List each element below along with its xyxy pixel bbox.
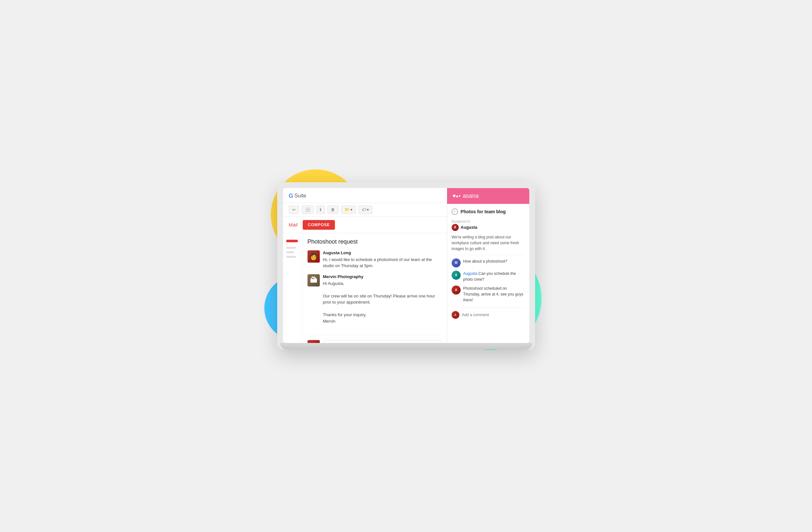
comment-avatar-1: M bbox=[452, 258, 461, 267]
sidebar-item-1 bbox=[286, 247, 296, 249]
gsuite-logo: G Suite bbox=[289, 193, 306, 199]
email-message-1: 👩 Augusta Long Hi, I would like to sched… bbox=[307, 250, 441, 269]
asana-header: asana bbox=[447, 188, 529, 204]
laptop-base bbox=[280, 343, 533, 349]
avatar-reply: 👩 bbox=[307, 340, 320, 343]
reply-box: 👩 Click here to reply or forward bbox=[307, 335, 441, 343]
task-check-circle[interactable]: ✓ bbox=[452, 208, 458, 215]
gmail-app-header: G Suite bbox=[283, 188, 447, 203]
avatar-augusta: 👩 bbox=[307, 250, 320, 263]
asana-panel: asana ✓ Photos for team blog Assigned to bbox=[447, 188, 529, 343]
comment-text-2: Augusta Can you schedule the photo crew? bbox=[463, 271, 525, 282]
task-description: We're writing a blog post about our work… bbox=[452, 234, 525, 255]
comment-avatar-2: A bbox=[452, 271, 461, 280]
gmail-sidebar bbox=[283, 233, 302, 343]
comment-text-3: Photoshoot scheduled on Thursday, arrive… bbox=[463, 285, 525, 303]
message-body-1: Augusta Long Hi, I would like to schedul… bbox=[323, 250, 441, 269]
compose-button[interactable]: COMPOSE bbox=[303, 220, 335, 230]
laptop-screen-inner: G Suite ↩ ⬜ ℹ 🗑 📁 ▾ 🏷 ▾ bbox=[283, 188, 529, 343]
add-comment-input[interactable] bbox=[462, 313, 525, 317]
toolbar-tag-btn[interactable]: 🏷 ▾ bbox=[359, 206, 372, 214]
comment-avatar-3: A bbox=[452, 285, 461, 295]
comment-row-2: A Augusta Can you schedule the photo cre… bbox=[452, 271, 525, 282]
mention-augusta: Augusta bbox=[463, 271, 477, 276]
email-subject: Photoshoot request bbox=[307, 238, 441, 245]
toolbar-info-btn[interactable]: ℹ bbox=[316, 206, 325, 214]
sidebar-item-3 bbox=[286, 256, 296, 258]
task-title-row: ✓ Photos for team blog bbox=[452, 208, 525, 215]
email-thread: 👩 Augusta Long Hi, I would like to sched… bbox=[307, 250, 441, 343]
sender-name-2: Mervin Photography bbox=[323, 274, 441, 279]
scene: G Suite ↩ ⬜ ℹ 🗑 📁 ▾ 🏷 ▾ bbox=[261, 166, 551, 366]
email-message-2: 🏔 Mervin Photography Hi Augusta, Our cre… bbox=[307, 274, 441, 324]
comment-row-1: M How about a photoshoot? bbox=[452, 258, 525, 267]
asana-dot-2 bbox=[456, 196, 458, 197]
assigned-value: A Augusta bbox=[452, 224, 525, 231]
comments-section: M How about a photoshoot? A Augusta Can … bbox=[452, 258, 525, 303]
laptop-screen-outer: G Suite ↩ ⬜ ℹ 🗑 📁 ▾ 🏷 ▾ bbox=[277, 182, 535, 349]
reply-input[interactable]: Click here to reply or forward bbox=[323, 340, 441, 343]
add-comment-row: A bbox=[452, 307, 525, 319]
assigned-section: Assigned to A Augusta bbox=[452, 219, 525, 231]
asana-dot-1 bbox=[453, 195, 455, 197]
toolbar-reply-btn[interactable]: ↩ bbox=[289, 206, 299, 214]
task-title: Photos for team blog bbox=[461, 209, 506, 214]
comment-text-1: How about a photoshoot? bbox=[463, 258, 525, 264]
asana-dots bbox=[453, 194, 460, 197]
assigned-avatar: A bbox=[452, 224, 459, 231]
gmail-toolbar: ↩ ⬜ ℹ 🗑 📁 ▾ 🏷 ▾ bbox=[283, 203, 447, 217]
assigned-label: Assigned to bbox=[452, 219, 525, 223]
mail-nav: Mail COMPOSE bbox=[283, 217, 447, 233]
asana-dot-3 bbox=[459, 195, 460, 197]
toolbar-delete-btn[interactable]: 🗑 bbox=[328, 206, 338, 214]
sender-name-1: Augusta Long bbox=[323, 250, 441, 255]
message-text-1: Hi, I would like to schedule a photoshoo… bbox=[323, 256, 441, 269]
gmail-panel: G Suite ↩ ⬜ ℹ 🗑 📁 ▾ 🏷 ▾ bbox=[283, 188, 447, 343]
sidebar-item-2 bbox=[286, 251, 294, 253]
avatar-mervin: 🏔 bbox=[307, 274, 320, 286]
gmail-body: Photoshoot request 👩 Augusta Long bbox=[283, 233, 447, 343]
suite-text: Suite bbox=[295, 193, 306, 199]
g-letter: G bbox=[289, 193, 293, 199]
toolbar-archive-btn[interactable]: ⬜ bbox=[302, 206, 314, 214]
add-comment-avatar: A bbox=[452, 311, 459, 319]
toolbar-folder-btn[interactable]: 📁 ▾ bbox=[341, 206, 356, 214]
asana-logo-text: asana bbox=[463, 193, 479, 199]
sidebar-active-item bbox=[286, 240, 298, 242]
laptop: G Suite ↩ ⬜ ℹ 🗑 📁 ▾ 🏷 ▾ bbox=[277, 182, 535, 353]
mail-label: Mail bbox=[289, 222, 298, 227]
gmail-content: Photoshoot request 👩 Augusta Long bbox=[302, 233, 447, 343]
message-text-2: Hi Augusta, Our crew will be on site on … bbox=[323, 280, 441, 324]
assigned-name: Augusta bbox=[461, 225, 477, 230]
asana-body: ✓ Photos for team blog Assigned to A Aug… bbox=[447, 204, 529, 343]
message-body-2: Mervin Photography Hi Augusta, Our crew … bbox=[323, 274, 441, 324]
comment-row-3: A Photoshoot scheduled on Thursday, arri… bbox=[452, 285, 525, 303]
